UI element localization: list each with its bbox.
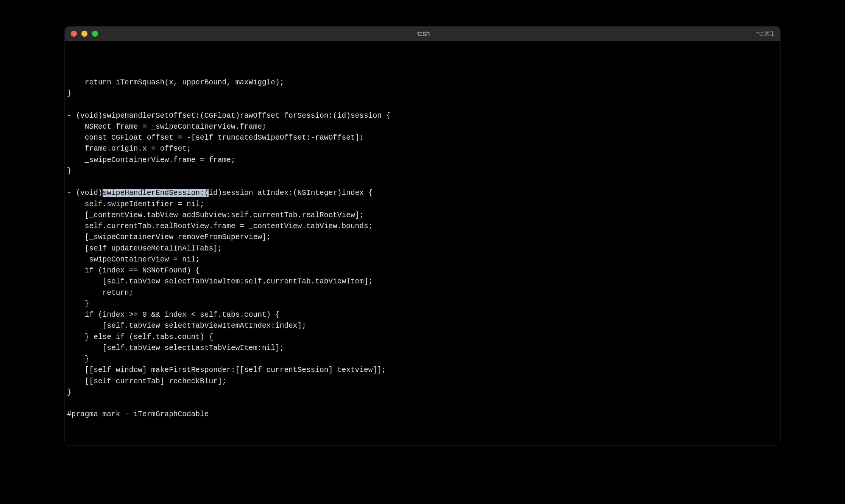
window-titlebar[interactable]: -tcsh ⌥⌘1 <box>65 26 780 41</box>
code-block[interactable]: return iTermSquash(x, upperBound, maxWig… <box>67 77 778 420</box>
shortcut-indicator: ⌥⌘1 <box>756 30 774 38</box>
code-text: - (void) <box>67 189 103 197</box>
text-cursor: ( <box>204 189 209 197</box>
code-line: [self.tabView selectLastTabViewItem:nil]… <box>67 343 778 354</box>
code-line: } <box>67 299 778 310</box>
code-line: if (index >= 0 && index < self.tabs.coun… <box>67 310 778 320</box>
code-line: [_swipeContainerView removeFromSuperview… <box>67 232 778 243</box>
code-line: [self.tabView selectTabViewItem:self.cur… <box>67 276 778 287</box>
code-line <box>67 398 778 409</box>
document-icon <box>767 45 776 56</box>
code-line: frame.origin.x = offset; <box>67 143 778 154</box>
code-line: const CGFloat offset = -[self truncatedS… <box>67 132 778 143</box>
code-line: return; <box>67 288 778 299</box>
code-line: return iTermSquash(x, upperBound, maxWig… <box>67 77 778 88</box>
selected-text: swipeHandlerEndSession: <box>103 189 204 197</box>
window-title: -tcsh <box>415 30 430 38</box>
code-text: id)session atIndex:(NSInteger)index { <box>209 189 373 197</box>
minimize-button[interactable] <box>81 31 87 37</box>
code-line: self.swipeIdentifier = nil; <box>67 199 778 210</box>
code-line: [[self window] makeFirstResponder:[[self… <box>67 365 778 376</box>
code-line: _swipeContainerView.frame = frame; <box>67 155 778 166</box>
code-line: NSRect frame = _swipeContainerView.frame… <box>67 121 778 132</box>
code-line: } <box>67 387 778 398</box>
code-line: } <box>67 166 778 177</box>
code-line: - (void)swipeHandlerSetOffset:(CGFloat)r… <box>67 110 778 121</box>
code-line: self.currentTab.realRootView.frame = _co… <box>67 221 778 232</box>
code-line: [self updateUseMetalInAllTabs]; <box>67 243 778 254</box>
code-line: [self.tabView selectTabViewItemAtIndex:i… <box>67 320 778 331</box>
code-line: } <box>67 88 778 99</box>
code-line: _swipeContainerView = nil; <box>67 254 778 265</box>
terminal-window: -tcsh ⌥⌘1 return iTermSquash(x, upperBou… <box>65 26 780 445</box>
traffic-lights <box>71 31 98 37</box>
code-line: } <box>67 354 778 365</box>
code-line: - (void)swipeHandlerEndSession:(id)sessi… <box>67 188 778 199</box>
maximize-button[interactable] <box>92 31 98 37</box>
code-line: [[self currentTab] recheckBlur]; <box>67 376 778 387</box>
close-button[interactable] <box>71 31 77 37</box>
code-line <box>67 177 778 188</box>
code-line: if (index == NSNotFound) { <box>67 265 778 276</box>
code-line: [_contentView.tabView addSubview:self.cu… <box>67 210 778 221</box>
code-line: #pragma mark - iTermGraphCodable <box>67 409 778 420</box>
code-line: } else if (self.tabs.count) { <box>67 332 778 343</box>
terminal-content[interactable]: return iTermSquash(x, upperBound, maxWig… <box>65 41 780 445</box>
code-line <box>67 99 778 110</box>
